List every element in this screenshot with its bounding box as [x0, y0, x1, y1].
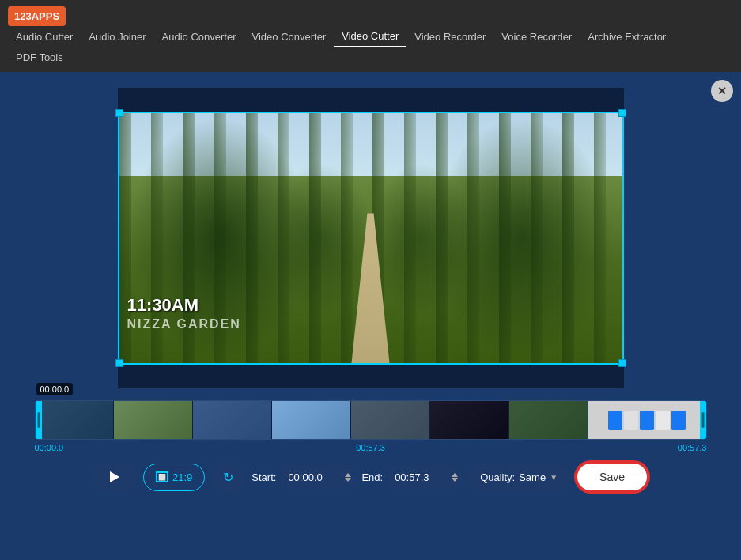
quality-value: Same: [519, 471, 546, 483]
thumb-7: [508, 401, 588, 439]
save-button[interactable]: Save: [576, 462, 648, 492]
play-button[interactable]: [93, 464, 137, 490]
resize-handle-bl[interactable]: [115, 359, 123, 367]
timeline-times: 00:00.0 00:57.3 00:57.3: [35, 443, 707, 452]
nav-bottom: PDF Tools: [0, 47, 741, 72]
ratio-button[interactable]: ⬜ 21:9: [143, 464, 205, 491]
loop-button[interactable]: ↻: [211, 463, 245, 492]
thumb-4: [271, 401, 350, 439]
quality-label: Quality:: [480, 471, 515, 483]
start-time-input[interactable]: [280, 465, 355, 490]
video-timestamp: 11:30AM: [127, 295, 198, 316]
nav-video-converter[interactable]: Video Converter: [244, 27, 335, 47]
nav-top: 123APPS Audio Cutter Audio Joiner Audio …: [0, 0, 741, 47]
timeline-current-time: 00:00.0: [36, 383, 74, 395]
start-label: Start:: [251, 471, 276, 483]
start-time-spinners: [345, 473, 351, 482]
main-area: ✕ 11:30AM NIZZA GARDEN: [0, 72, 741, 560]
start-time-field: Start:: [251, 465, 355, 490]
thumb-6: [429, 401, 508, 439]
nav-pdf-tools[interactable]: PDF Tools: [8, 47, 71, 67]
resize-handle-tl[interactable]: [115, 109, 123, 117]
end-time-input-group: [387, 465, 462, 490]
end-time-input[interactable]: [387, 465, 462, 490]
end-label: End:: [361, 471, 383, 483]
ratio-icon: ⬜: [156, 471, 168, 482]
start-time-spinner-up[interactable]: [345, 473, 351, 477]
end-time-spinner-down[interactable]: [452, 478, 458, 482]
end-time-spinner-up[interactable]: [452, 473, 458, 477]
video-bg-bottom: [118, 365, 624, 388]
video-frame[interactable]: 11:30AM NIZZA GARDEN: [118, 112, 624, 365]
nav-video-cutter[interactable]: Video Cutter: [334, 26, 406, 47]
timeline-handle-left[interactable]: [36, 401, 42, 439]
ratio-label: 21:9: [172, 471, 192, 483]
resize-handle-tr[interactable]: [618, 109, 626, 117]
nav-video-recorder[interactable]: Video Recorder: [406, 27, 493, 47]
timeline-wrapper: 00:00.0: [35, 400, 707, 440]
timeline-time-end: 00:57.3: [678, 443, 707, 452]
loop-icon: ↻: [223, 470, 233, 485]
quality-button[interactable]: Quality: Same ▼: [468, 464, 569, 490]
video-bg-top: [118, 88, 624, 112]
thumb-2: [113, 401, 192, 439]
nav-audio-cutter[interactable]: Audio Cutter: [8, 27, 81, 47]
start-time-input-group: [280, 465, 355, 490]
resize-handle-br[interactable]: [618, 359, 626, 367]
timeline-strip[interactable]: [35, 400, 707, 440]
nav-audio-joiner[interactable]: Audio Joiner: [81, 27, 153, 47]
timeline-time-mid: 00:57.3: [356, 443, 385, 452]
thumb-1: [36, 401, 114, 439]
thumb-5: [350, 401, 429, 439]
video-watermark: NIZZA GARDEN: [127, 317, 241, 331]
nav-archive-extractor[interactable]: Archive Extractor: [580, 27, 674, 47]
end-time-spinners: [452, 473, 458, 482]
video-container: 11:30AM NIZZA GARDEN: [118, 88, 624, 388]
thumb-3: [192, 401, 271, 439]
thumb-8: [588, 401, 705, 439]
timeline-area: 00:00.0: [35, 400, 707, 452]
quality-dropdown-icon: ▼: [550, 473, 558, 482]
timeline-handle-right[interactable]: [700, 401, 706, 439]
nav-links-row1: Audio Cutter Audio Joiner Audio Converte…: [8, 26, 674, 47]
play-icon: [110, 471, 119, 482]
close-button[interactable]: ✕: [711, 80, 733, 102]
nav-voice-recorder[interactable]: Voice Recorder: [493, 27, 580, 47]
timeline-time-start: 00:00.0: [35, 443, 64, 452]
logo[interactable]: 123APPS: [8, 6, 66, 26]
nav-audio-converter[interactable]: Audio Converter: [154, 27, 244, 47]
controls-row: ⬜ 21:9 ↻ Start: End:: [16, 462, 725, 492]
start-time-spinner-down[interactable]: [345, 478, 351, 482]
end-time-field: End:: [361, 465, 462, 490]
